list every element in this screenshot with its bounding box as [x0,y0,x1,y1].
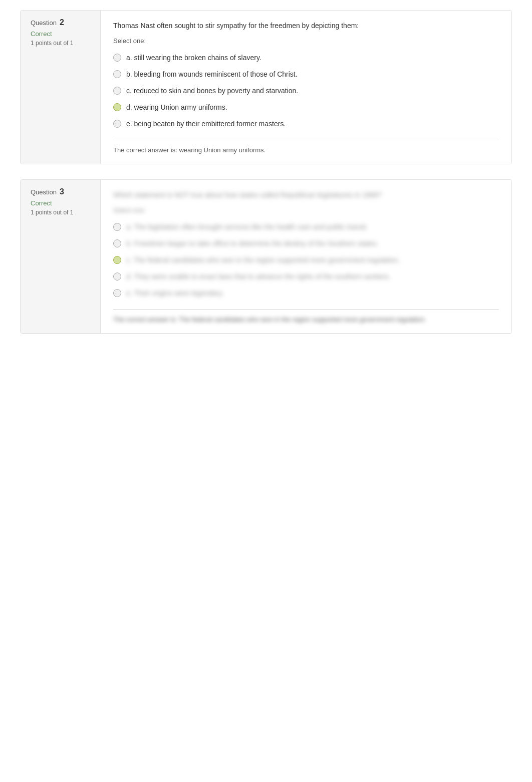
option-text-3e: e. Their origins were legendary. [126,288,224,299]
option-text-2d: d. wearing Union army uniforms. [126,102,227,113]
option-2d[interactable]: d. wearing Union army uniforms. [113,99,499,116]
option-text-3c: c. The federal candidates who won in the… [126,255,400,266]
question-word-3: Question [31,188,57,196]
question-number-2: 2 [60,18,64,27]
option-radio-2e[interactable] [113,120,121,128]
correct-answer-section-3: The correct answer is: The federal candi… [113,309,499,323]
points-label-3: 1 points out of 1 [31,209,90,216]
options-list-3: a. The legislation often brought service… [113,219,499,302]
option-radio-2a[interactable] [113,54,121,62]
option-2a[interactable]: a. still wearing the broken chains of sl… [113,50,499,66]
options-list-2: a. still wearing the broken chains of sl… [113,50,499,132]
option-radio-2c[interactable] [113,87,121,95]
question-text-2: Thomas Nast often sought to stir sympath… [113,21,499,31]
question-content-3: Which statement is NOT true about how st… [101,180,511,333]
option-2c[interactable]: c. reduced to skin and bones by poverty … [113,83,499,99]
option-text-3d: d. They were unable to enact laws that t… [126,272,390,282]
question-sidebar-3: Question 3 Correct 1 points out of 1 [21,180,101,333]
option-3a[interactable]: a. The legislation often brought service… [113,219,499,235]
option-3b[interactable]: b. Freedmen began to take office to dete… [113,235,499,252]
select-one-label-3: Select one: [113,206,499,214]
option-3e[interactable]: e. Their origins were legendary. [113,285,499,302]
option-text-3a: a. The legislation often brought service… [126,222,368,232]
question-block-2: Question 2 Correct 1 points out of 1 Tho… [20,10,512,164]
page-wrapper: Question 2 Correct 1 points out of 1 Tho… [0,0,532,359]
correct-answer-text-2: The correct answer is: wearing Union arm… [113,146,499,154]
option-3d[interactable]: d. They were unable to enact laws that t… [113,269,499,285]
correct-answer-section-2: The correct answer is: wearing Union arm… [113,140,499,154]
option-radio-3b[interactable] [113,239,121,247]
correct-answer-text-3: The correct answer is: The federal candi… [113,316,499,323]
question-content-2: Thomas Nast often sought to stir sympath… [101,11,511,164]
question-number-3: 3 [60,187,64,196]
question-word-2: Question [31,19,57,27]
points-label-2: 1 points out of 1 [31,40,90,47]
question-label-2: Question 2 [31,18,90,27]
correct-status-3: Correct [31,199,90,207]
option-text-2a: a. still wearing the broken chains of sl… [126,53,261,63]
option-radio-3d[interactable] [113,273,121,281]
option-radio-3a[interactable] [113,223,121,231]
question-label-3: Question 3 [31,187,90,196]
option-text-3b: b. Freedmen began to take office to dete… [126,238,378,249]
correct-status-2: Correct [31,30,90,38]
question-text-3: Which statement is NOT true about how st… [113,190,499,200]
option-radio-2d[interactable] [113,103,121,111]
option-text-2e: e. being beaten by their embittered form… [126,119,286,129]
option-3c[interactable]: c. The federal candidates who won in the… [113,252,499,269]
option-radio-3c[interactable] [113,256,121,264]
option-2b[interactable]: b. bleeding from wounds reminiscent of t… [113,66,499,83]
option-2e[interactable]: e. being beaten by their embittered form… [113,116,499,132]
option-text-2c: c. reduced to skin and bones by poverty … [126,86,298,96]
option-text-2b: b. bleeding from wounds reminiscent of t… [126,69,298,80]
option-radio-2b[interactable] [113,70,121,78]
question-sidebar-2: Question 2 Correct 1 points out of 1 [21,11,101,164]
question-block-3: Question 3 Correct 1 points out of 1 Whi… [20,179,512,334]
option-radio-3e[interactable] [113,289,121,297]
select-one-label-2: Select one: [113,37,499,45]
